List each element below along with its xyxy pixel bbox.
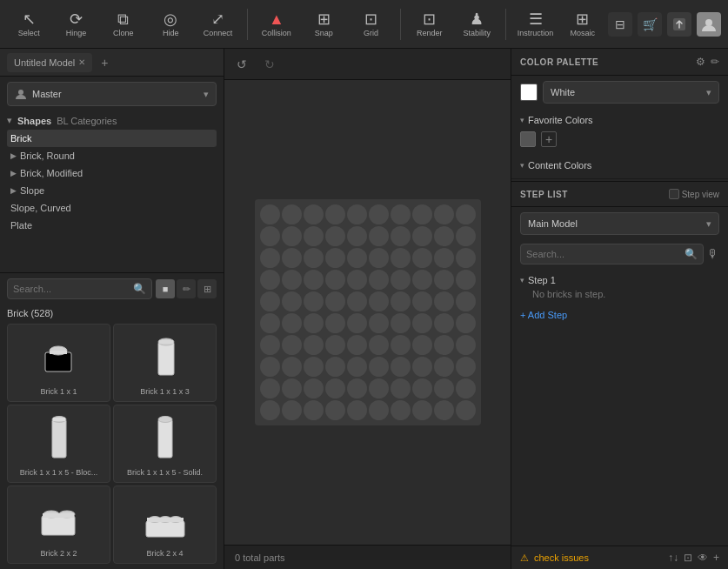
baseplate-dot <box>434 313 454 333</box>
canvas-undo-btn[interactable]: ↺ <box>231 54 252 75</box>
baseplate-dot <box>391 204 411 224</box>
baseplate-dot <box>456 291 476 311</box>
bottom-sort-icon[interactable]: ↑↓ <box>668 552 678 564</box>
brick-label-1: Brick 1 x 1 x 3 <box>140 387 190 396</box>
bottom-eye-icon[interactable]: 👁 <box>698 552 708 564</box>
cat-plate[interactable]: Plate <box>7 217 217 234</box>
brick-label-3: Brick 1 x 1 x 5 - Solid. <box>127 468 203 477</box>
toolbar-upload-btn[interactable] <box>667 12 691 37</box>
baseplate-dot <box>456 400 476 420</box>
view-square-btn[interactable]: ■ <box>156 279 175 298</box>
master-dropdown[interactable]: Master ▾ <box>7 82 217 106</box>
toolbar-display-btn[interactable]: ⊟ <box>608 12 632 37</box>
add-step-button[interactable]: + Add Step <box>511 306 728 324</box>
brick-item-5[interactable]: Brick 2 x 4 <box>113 485 217 564</box>
baseplate-dot <box>434 226 454 246</box>
fav-colors-row: + <box>520 128 719 151</box>
color-palette-actions: ⚙ ✏ <box>696 56 719 68</box>
toolbar-render[interactable]: ⊡ Render <box>408 3 451 45</box>
svg-point-2 <box>18 90 23 95</box>
check-issues-label[interactable]: check issues <box>534 552 589 563</box>
baseplate-dot <box>260 291 280 311</box>
mic-icon[interactable]: 🎙 <box>707 247 719 261</box>
toolbar-select[interactable]: ↖ Select <box>7 3 50 45</box>
baseplate-dot <box>456 313 476 333</box>
toolbar-separator-2 <box>400 9 401 40</box>
step-1-header[interactable]: ▾ Step 1 <box>520 273 719 287</box>
tab-close-icon[interactable]: ✕ <box>78 57 85 67</box>
cat-brick-label: Brick <box>10 133 31 144</box>
canvas-area[interactable] <box>224 80 511 545</box>
brick-label-4: Brick 2 x 2 <box>40 549 77 558</box>
svg-point-1 <box>705 19 712 26</box>
filter-icon[interactable]: ⚙ <box>696 56 705 68</box>
brick-item-2[interactable]: Brick 1 x 1 x 5 - Bloc... <box>7 405 110 483</box>
tab-untitled-model[interactable]: Untitled Model ✕ <box>7 53 92 72</box>
step-view-checkbox-row[interactable]: Step view <box>669 189 719 199</box>
search-icon[interactable]: 🔍 <box>133 283 146 295</box>
cat-slope[interactable]: ▶ Slope <box>7 182 217 199</box>
step-search-icon[interactable]: 🔍 <box>685 248 698 260</box>
toolbar-connect[interactable]: ⤢ Connect <box>196 3 239 45</box>
brick-item-0[interactable]: Brick 1 x 1 <box>7 324 110 402</box>
content-colors-header[interactable]: ▾ Content Colors <box>520 157 719 173</box>
bottom-add-icon[interactable]: + <box>713 552 719 564</box>
center-canvas: ↺ ↻ 0 total parts <box>224 49 511 569</box>
brick-image-1 <box>139 331 191 384</box>
step-view-checkbox[interactable] <box>669 189 679 199</box>
cat-slope-curved[interactable]: Slope, Curved <box>7 199 217 217</box>
toolbar-grid[interactable]: ⊡ Grid <box>349 3 392 45</box>
step-model-dropdown[interactable]: Main Model ▾ <box>520 212 719 235</box>
view-pen-btn[interactable]: ✏ <box>177 279 196 298</box>
step-search-input[interactable] <box>526 249 685 259</box>
baseplate-dot <box>391 248 411 268</box>
master-icon <box>15 88 27 100</box>
toolbar-cart-btn[interactable]: 🛒 <box>638 12 662 37</box>
brick-label-5: Brick 2 x 4 <box>146 549 183 558</box>
tab-add-button[interactable]: + <box>96 54 113 71</box>
favorite-colors-header[interactable]: ▾ Favorite Colors <box>520 112 719 128</box>
baseplate-dot <box>260 378 280 398</box>
toolbar-mosaic[interactable]: ⊞ Mosaic <box>561 3 604 45</box>
baseplate-dot <box>347 357 367 377</box>
toolbar-instruction-label: Instruction <box>518 29 554 37</box>
cat-brick-modified[interactable]: ▶ Brick, Modified <box>7 164 217 182</box>
bottom-display-icon[interactable]: ⊡ <box>684 552 692 564</box>
user-avatar[interactable] <box>697 12 721 37</box>
baseplate-dot <box>369 400 389 420</box>
cat-slope-label: Slope <box>20 185 44 196</box>
toolbar-instruction[interactable]: ☰ Instruction <box>513 3 557 45</box>
color-palette-title: COLOR PALETTE <box>520 57 598 67</box>
canvas-redo-btn[interactable]: ↻ <box>259 54 280 75</box>
toolbar-snap[interactable]: ⊞ Snap <box>302 3 345 45</box>
shapes-toggle-icon[interactable]: ▾ <box>7 115 12 126</box>
brick-item-4[interactable]: Brick 2 x 2 <box>7 485 110 564</box>
step-list-title: STEP LIST <box>520 190 568 199</box>
connect-icon: ⤢ <box>211 11 224 27</box>
svg-rect-23 <box>147 518 184 522</box>
search-input[interactable] <box>13 284 133 294</box>
toolbar-hinge[interactable]: ⟳ Hinge <box>54 3 97 45</box>
toolbar-stability[interactable]: ♟ Stability <box>455 3 498 45</box>
view-grid-btn[interactable]: ⊞ <box>197 279 217 298</box>
toolbar-clone[interactable]: ⧉ Clone <box>102 3 145 45</box>
fav-swatch-gray[interactable] <box>520 131 536 147</box>
baseplate-dot <box>391 378 411 398</box>
cat-brick-round[interactable]: ▶ Brick, Round <box>7 147 217 164</box>
fav-add-button[interactable]: + <box>541 131 557 147</box>
toolbar-hide[interactable]: ◎ Hide <box>149 3 192 45</box>
color-dropdown[interactable]: White ▾ <box>543 81 719 104</box>
content-colors-toggle-icon: ▾ <box>520 161 524 170</box>
bl-categories-label[interactable]: BL Categories <box>57 116 117 126</box>
step-model-arrow: ▾ <box>706 218 711 230</box>
cat-brick[interactable]: Brick <box>7 130 217 147</box>
baseplate-dot <box>434 400 454 420</box>
baseplate-dot <box>347 378 367 398</box>
toolbar-collision[interactable]: ▲ Collision <box>255 3 298 45</box>
step-1-toggle-icon: ▾ <box>520 276 524 284</box>
brick-item-1[interactable]: Brick 1 x 1 x 3 <box>113 324 217 402</box>
fav-colors-toggle-icon: ▾ <box>520 116 524 124</box>
edit-icon[interactable]: ✏ <box>711 56 719 68</box>
brick-item-3[interactable]: Brick 1 x 1 x 5 - Solid. <box>113 405 217 483</box>
color-name-label: White <box>551 87 575 97</box>
